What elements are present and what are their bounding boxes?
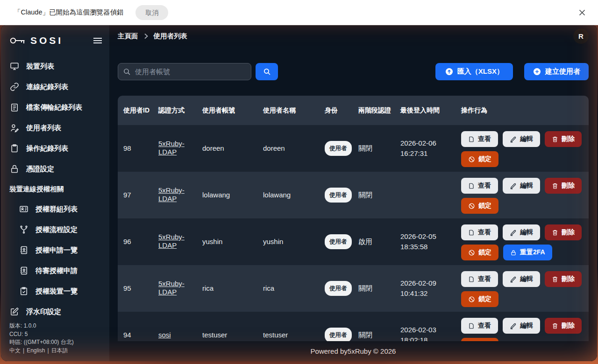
user-account: rica xyxy=(202,283,263,294)
sidebar-item-auth-groups[interactable]: 授權群組列表 xyxy=(9,199,103,219)
user-edit-icon xyxy=(9,123,20,133)
sidebar-item-file-transfer-records[interactable]: 檔案傳輸紀錄列表 xyxy=(9,97,103,118)
last-login-time: 2026-02-09 10:41:32 xyxy=(400,278,461,299)
role-badge: 使用者 xyxy=(325,141,352,156)
sidebar-item-watermark[interactable]: 浮水印設定 xyxy=(9,301,103,322)
last-login-time: 2026-02-06 16:27:31 xyxy=(400,138,461,159)
edit-button[interactable]: 編輯 xyxy=(503,224,540,240)
user-id: 95 xyxy=(123,283,158,294)
sidebar-item-auth-flow[interactable]: 授權流程設定 xyxy=(9,219,103,240)
table-row: 95 5xRuby-LDAP rica rica 使用者 關閉 2026-02-… xyxy=(118,265,589,312)
auth-method-link[interactable]: 5xRuby-LDAP xyxy=(158,186,191,203)
sidebar-item-devices[interactable]: 裝置列表 xyxy=(9,56,103,77)
lock-button[interactable]: 鎖定 xyxy=(461,245,498,260)
auth-method-link[interactable]: 5xRuby-LDAP xyxy=(158,233,191,250)
flow-icon xyxy=(19,225,29,234)
language-link-ja[interactable]: 日本語 xyxy=(51,347,68,354)
edit-button[interactable]: 編輯 xyxy=(503,318,540,334)
language-link-zh[interactable]: 中文 xyxy=(9,347,21,354)
delete-button[interactable]: 刪除 xyxy=(545,271,582,287)
view-button[interactable]: 查看 xyxy=(461,224,498,240)
logo-row: SOSI xyxy=(9,33,103,49)
view-button[interactable]: 查看 xyxy=(461,318,498,334)
edit-button[interactable]: 編輯 xyxy=(503,271,540,287)
lock-button[interactable]: 鎖定 xyxy=(461,151,498,167)
sidebar-section-device-authorization: 裝置連線授權相關 xyxy=(9,179,103,199)
trash-icon xyxy=(552,276,558,283)
key-logo-icon xyxy=(9,36,26,45)
sidebar-item-label: 檔案傳輸紀錄列表 xyxy=(26,103,82,112)
search-box xyxy=(118,63,251,80)
lock-button[interactable]: 鎖定 xyxy=(461,291,498,307)
view-button[interactable]: 查看 xyxy=(461,178,498,194)
twofa-status: 關閉 xyxy=(358,283,400,294)
slash-circle-icon xyxy=(468,156,475,163)
slash-circle-icon xyxy=(468,203,475,210)
pen-icon xyxy=(510,182,517,189)
create-user-label: 建立使用者 xyxy=(545,67,580,76)
breadcrumb-home[interactable]: 主頁面 xyxy=(118,32,138,41)
column-header: 身份 xyxy=(325,106,358,115)
sidebar-item-label: 憑證設定 xyxy=(26,165,54,174)
delete-button[interactable]: 刪除 xyxy=(545,224,582,240)
column-header: 使用者名稱 xyxy=(263,106,325,115)
page-footer: Powered by5xRuby © 2026 xyxy=(109,341,597,361)
sidebar-item-certificates[interactable]: 憑證設定 xyxy=(9,159,103,179)
sidebar-item-label: 授權申請一覽 xyxy=(36,246,78,255)
table-header: 使用者ID 認證方式 使用者帳號 使用者名稱 身份 兩階段認證 最後登入時間 操… xyxy=(118,96,589,125)
reset-2fa-button[interactable]: 重置2FA xyxy=(503,245,552,260)
hamburger-menu-icon[interactable] xyxy=(93,36,103,45)
row-actions: 查看 編輯 刪除 鎖定 xyxy=(461,172,583,218)
lock-button[interactable]: 鎖定 xyxy=(461,198,498,214)
browser-debug-bar: 「Claude」已開始為這個瀏覽器偵錯 取消 xyxy=(0,0,598,25)
user-name: doreen xyxy=(263,143,325,154)
column-header: 認證方式 xyxy=(158,106,202,115)
search-icon xyxy=(123,68,131,76)
search-button[interactable] xyxy=(256,63,278,80)
clipboard-check-icon xyxy=(19,287,29,296)
search-input[interactable] xyxy=(135,68,246,76)
lock-icon xyxy=(9,164,20,174)
auth-method-link[interactable]: 5xRuby-LDAP xyxy=(158,140,191,156)
delete-button[interactable]: 刪除 xyxy=(545,131,582,147)
sidebar-item-users[interactable]: 使用者列表 xyxy=(9,118,103,138)
view-button[interactable]: 查看 xyxy=(461,131,498,147)
language-link-en[interactable]: English xyxy=(27,347,45,354)
app-shell: SOSI 裝置列表 連線紀錄列表 檔案傳 xyxy=(1,25,597,361)
timezone-text: 時區: ((GMT+08:00) 台北) xyxy=(9,338,103,347)
role-badge: 使用者 xyxy=(325,281,352,296)
delete-button[interactable]: 刪除 xyxy=(545,318,582,334)
users-table: 使用者ID 認證方式 使用者帳號 使用者名稱 身份 兩階段認證 最後登入時間 操… xyxy=(118,96,589,358)
user-name: yushin xyxy=(263,237,325,247)
delete-button[interactable]: 刪除 xyxy=(545,178,582,194)
create-user-button[interactable]: 建立使用者 xyxy=(524,63,589,80)
user-id: 97 xyxy=(123,190,158,200)
import-xlsx-button[interactable]: 匯入（XLSX） xyxy=(435,63,513,80)
role-badge: 使用者 xyxy=(325,328,352,343)
language-switcher: 中文|English|日本語 xyxy=(9,347,103,355)
user-name: rica xyxy=(263,283,325,294)
auth-method-link[interactable]: sosi xyxy=(158,331,171,339)
toolbar-actions: 匯入（XLSX） 建立使用者 xyxy=(435,63,589,80)
avatar[interactable]: R xyxy=(573,28,589,44)
view-button[interactable]: 查看 xyxy=(461,271,498,287)
sidebar-item-label: 授權裝置一覽 xyxy=(36,287,78,296)
sidebar-item-connection-records[interactable]: 連線紀錄列表 xyxy=(9,77,103,97)
sidebar-item-auth-requests[interactable]: 授權申請一覽 xyxy=(9,240,103,260)
ccu-text: CCU: 5 xyxy=(9,330,103,339)
sidebar-item-authorized-devices[interactable]: 授權裝置一覽 xyxy=(9,281,103,301)
sidebar-item-pending-auth-requests[interactable]: 待審授權申請 xyxy=(9,260,103,281)
version-text: 版本: 1.0.0 xyxy=(9,322,103,330)
pen-icon xyxy=(510,136,517,143)
auth-method-link[interactable]: 5xRuby-LDAP xyxy=(158,280,191,296)
cancel-button[interactable]: 取消 xyxy=(135,5,168,20)
close-icon[interactable] xyxy=(576,6,589,19)
sidebar-item-operation-records[interactable]: 操作紀錄列表 xyxy=(9,138,103,159)
edit-button[interactable]: 編輯 xyxy=(503,131,540,147)
edit-button[interactable]: 編輯 xyxy=(503,178,540,194)
upload-icon xyxy=(445,67,454,76)
breadcrumb: 主頁面 使用者列表 R xyxy=(109,25,597,47)
sidebar-item-label: 連線紀錄列表 xyxy=(26,83,68,91)
user-id: 94 xyxy=(123,330,158,340)
twofa-status: 關閉 xyxy=(358,330,400,340)
